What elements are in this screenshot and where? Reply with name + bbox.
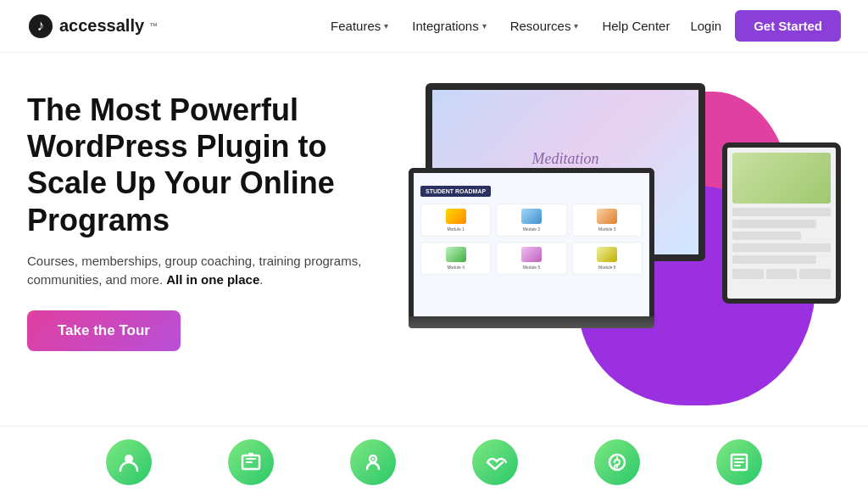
logo[interactable]: ♪ accessally™	[27, 13, 158, 40]
main-nav: Features ▾ Integrations ▾ Resources ▾ He…	[331, 19, 670, 33]
hero-section: The Most Powerful WordPress Plugin to Sc…	[0, 53, 868, 426]
reporting-icon	[716, 439, 762, 485]
tablet-text-row	[732, 243, 831, 252]
tablet-text-row	[732, 255, 816, 264]
svg-rect-4	[248, 453, 253, 456]
nav-help-center[interactable]: Help Center	[602, 19, 670, 33]
take-tour-button[interactable]: Take the Tour	[27, 310, 181, 351]
strategy-icon	[350, 439, 396, 485]
hero-heading: The Most Powerful WordPress Plugin to Sc…	[27, 92, 392, 238]
laptop-card: Module 1	[420, 204, 491, 237]
laptop-base	[409, 316, 654, 328]
chevron-down-icon: ▾	[482, 21, 487, 31]
laptop-card-icon	[446, 209, 466, 224]
chevron-down-icon: ▾	[574, 21, 578, 31]
laptop-grid: Module 1 Module 2 Module 3 Module 4	[420, 204, 643, 275]
tablet-buttons	[732, 269, 831, 279]
laptop-card-icon	[597, 209, 617, 224]
members-icon	[106, 439, 152, 485]
device-tablet	[722, 142, 841, 312]
courses-icon	[228, 439, 274, 485]
nav-integrations[interactable]: Integrations ▾	[412, 19, 486, 33]
laptop-card: Module 6	[572, 242, 643, 275]
tablet-image	[732, 153, 831, 204]
tablet-text-row	[732, 220, 816, 228]
icon-courses	[228, 439, 274, 485]
laptop-card-icon	[446, 247, 466, 262]
tablet-btn	[732, 269, 764, 279]
nav-features[interactable]: Features ▾	[331, 19, 388, 33]
tablet-screen	[722, 142, 841, 304]
chevron-down-icon: ▾	[384, 21, 388, 31]
get-started-button[interactable]: Get Started	[735, 10, 841, 42]
icon-partnerships	[472, 439, 518, 485]
tablet-text-row	[732, 232, 801, 240]
logo-tm: ™	[149, 21, 158, 31]
svg-point-6	[372, 457, 375, 460]
laptop-card: Module 5	[496, 242, 566, 275]
payments-icon	[594, 439, 640, 485]
laptop-card-icon	[597, 247, 617, 262]
header: ♪ accessally™ Features ▾ Integrations ▾ …	[0, 0, 868, 53]
laptop-card: Module 3	[572, 204, 643, 237]
login-link[interactable]: Login	[690, 19, 721, 33]
icon-reporting	[716, 439, 762, 485]
laptop-card: Module 2	[496, 204, 566, 237]
tablet-btn	[799, 269, 831, 279]
monitor-title: Meditation	[532, 150, 599, 168]
laptop-header-bar: STUDENT ROADMAP	[420, 186, 491, 197]
hero-subtext: Courses, memberships, group coaching, tr…	[27, 252, 392, 290]
laptop-screen: STUDENT ROADMAP Module 1 Module 2 Mod	[409, 168, 654, 316]
icon-members	[106, 439, 152, 485]
bottom-icons-strip	[0, 426, 868, 497]
tablet-btn	[766, 269, 798, 279]
partnerships-icon	[472, 439, 518, 485]
tablet-text-row	[732, 208, 831, 216]
laptop-card: Module 4	[420, 242, 491, 275]
svg-text:♪: ♪	[37, 17, 45, 34]
hero-devices: Meditation LOUNGE STUDENT ROADMAP Module…	[409, 83, 841, 422]
icon-strategy	[350, 439, 396, 485]
logo-text: accessally	[59, 16, 144, 36]
nav-resources[interactable]: Resources ▾	[510, 19, 579, 33]
logo-icon: ♪	[27, 13, 54, 40]
laptop-card-icon	[521, 209, 542, 224]
laptop-card-icon	[521, 247, 542, 262]
hero-content: The Most Powerful WordPress Plugin to Sc…	[27, 83, 392, 351]
device-laptop: STUDENT ROADMAP Module 1 Module 2 Mod	[409, 168, 654, 346]
icon-payments	[594, 439, 640, 485]
